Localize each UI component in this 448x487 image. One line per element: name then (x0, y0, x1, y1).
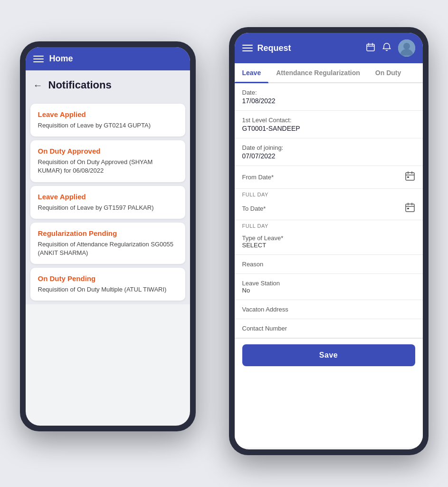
notif-desc-4: Requisition of Attendance Regularization… (38, 240, 178, 257)
notif-type-3: Leave Applied (38, 193, 178, 201)
vacation-address-row[interactable]: Vacaton Address (235, 300, 423, 319)
contact-number-row[interactable]: Contact Number (235, 319, 423, 338)
calendar-icon[interactable] (366, 42, 375, 54)
request-title: Request (257, 43, 361, 53)
notifications-phone: Home ← Notifications Leave Applied Requi… (20, 41, 196, 431)
home-title: Home (49, 54, 73, 64)
to-date-row[interactable]: To Date* (235, 197, 423, 220)
notif-type-4: Regularization Pending (38, 229, 178, 237)
svg-rect-3 (406, 173, 414, 180)
notifications-screen: Home ← Notifications Leave Applied Requi… (26, 47, 190, 426)
leave-station-label: Leave Station (242, 280, 415, 287)
save-button[interactable]: Save (242, 344, 415, 366)
date-value: 17/08/2022 (242, 97, 415, 105)
doj-row: Date of joining: 07/07/2022 (235, 138, 423, 166)
to-date-calendar-icon[interactable] (405, 202, 415, 215)
notif-card-1[interactable]: Leave Applied Requisition of Leave by GT… (30, 104, 185, 136)
doj-label: Date of joining: (242, 144, 415, 151)
leave-station-row[interactable]: Leave Station No (235, 274, 423, 300)
tab-attendance[interactable]: Attendance Regularization (268, 63, 368, 82)
date-label: Date: (242, 89, 415, 96)
svg-rect-5 (406, 204, 414, 212)
header-icons (366, 39, 415, 57)
svg-rect-6 (407, 208, 409, 209)
notif-card-4[interactable]: Regularization Pending Requisition of At… (30, 223, 185, 264)
back-phone-header: Home (26, 47, 190, 70)
reason-row[interactable]: Reason (235, 255, 423, 274)
save-btn-wrap: Save (235, 338, 423, 372)
notif-desc-1: Requisition of Leave by GT0214 GUPTA) (38, 121, 178, 130)
date-row: Date: 17/08/2022 (235, 83, 423, 111)
contact-number-label: Contact Number (242, 325, 415, 332)
reason-label: Reason (242, 261, 415, 268)
notif-type-2: On Duty Approved (38, 147, 178, 155)
type-of-leave-value: SELECT (242, 242, 415, 249)
notification-list: Leave Applied Requisition of Leave by GT… (26, 100, 190, 304)
svg-point-2 (403, 43, 410, 49)
notifications-title: Notifications (48, 79, 112, 91)
avatar[interactable] (398, 39, 415, 57)
first-level-label: 1st Level Contact: (242, 117, 415, 124)
leave-station-no: No (242, 287, 415, 294)
full-day-tag-1: FULL DAY (235, 189, 423, 197)
notif-type-1: Leave Applied (38, 110, 178, 118)
type-of-leave-label: Type of Leave* (242, 234, 415, 242)
tab-onduty[interactable]: On Duty (368, 63, 409, 82)
menu-icon[interactable] (33, 56, 44, 62)
vacation-address-label: Vacaton Address (242, 306, 415, 313)
tabs-bar: Leave Attendance Regularization On Duty (235, 63, 423, 83)
tab-leave[interactable]: Leave (235, 63, 269, 82)
from-date-label: From Date* (242, 174, 274, 181)
front-phone-header: Request (235, 33, 423, 63)
request-phone: Request (229, 27, 429, 455)
from-date-row[interactable]: From Date* (235, 166, 423, 189)
form-content: Date: 17/08/2022 1st Level Contact: GT00… (235, 83, 423, 448)
svg-rect-4 (407, 176, 409, 178)
notif-desc-2: Requisition of On Duty Approved (SHYAM K… (38, 158, 178, 175)
type-of-leave-row[interactable]: Type of Leave* SELECT (235, 229, 423, 255)
notif-desc-3: Requisition of Leave by GT1597 PALKAR) (38, 204, 178, 212)
first-level-row: 1st Level Contact: GT0001-SANDEEP (235, 111, 423, 138)
notif-card-2[interactable]: On Duty Approved Requisition of On Duty … (30, 140, 185, 182)
notif-card-5[interactable]: On Duty Pending Requisition of On Duty M… (30, 268, 185, 301)
notifications-header: ← Notifications (26, 70, 190, 100)
bell-icon[interactable] (382, 42, 391, 54)
notif-desc-5: Requisition of On Duty Multiple (ATUL TI… (38, 285, 178, 294)
first-level-value: GT0001-SANDEEP (242, 125, 415, 132)
to-date-label: To Date* (242, 205, 266, 212)
notif-card-3[interactable]: Leave Applied Requisition of Leave by GT… (30, 186, 185, 219)
back-arrow-icon[interactable]: ← (33, 80, 43, 91)
front-menu-icon[interactable] (242, 45, 253, 51)
notif-type-5: On Duty Pending (38, 274, 178, 282)
request-screen: Request (235, 33, 423, 449)
doj-value: 07/07/2022 (242, 152, 415, 160)
from-date-calendar-icon[interactable] (405, 171, 415, 184)
full-day-tag-2: FULL DAY (235, 220, 423, 229)
svg-rect-0 (367, 44, 374, 51)
